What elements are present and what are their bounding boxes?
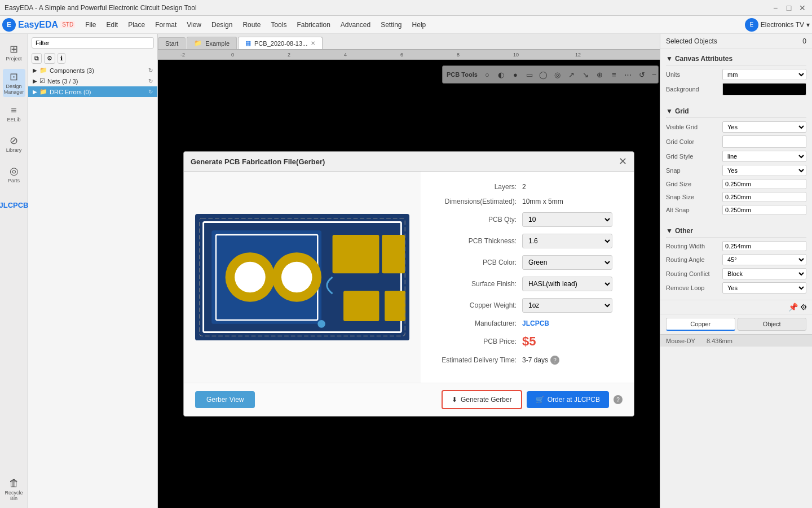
filter-input[interactable]: [32, 37, 154, 49]
layers-value: 2: [522, 183, 526, 191]
grid-color-row: Grid Color: [666, 135, 806, 148]
order-jlcpcb-button[interactable]: 🛒 Order at JLCPCB: [527, 391, 609, 408]
tab-label-start: Start: [165, 40, 178, 47]
delivery-help-icon[interactable]: ?: [550, 356, 559, 365]
canvas-area: Start 📁 Example ▦ PCB_2020-08-13... ✕ -2…: [158, 34, 660, 508]
pcb-qty-select[interactable]: 10 5 15 20: [522, 212, 612, 227]
refresh-icon-components[interactable]: ↻: [148, 67, 153, 73]
refresh-icon-nets[interactable]: ↻: [148, 78, 153, 84]
sidebar-item-library[interactable]: ⊘ Library: [3, 130, 25, 158]
grid-section: ▼ Grid Visible Grid Yes No Grid Color: [660, 102, 812, 221]
routing-conflict-select[interactable]: Block Ignore Highlight: [722, 268, 806, 279]
refresh-icon-drc[interactable]: ↻: [148, 89, 153, 95]
footer-help-icon[interactable]: ?: [614, 395, 623, 404]
canvas[interactable]: PCB Tools ○ ◐ ● ▭ ◯ ◎ ↗ ↘ ⊕ ≡ ⋯ ↺ −: [158, 60, 660, 508]
tab-pcb[interactable]: ▦ PCB_2020-08-13... ✕: [238, 37, 323, 49]
tab-start[interactable]: Start: [158, 37, 186, 49]
sidebar-item-jlcpcb[interactable]: JLCPCB: [3, 191, 25, 219]
snap-size-input[interactable]: [722, 192, 806, 202]
right-panel-bottom-tabs: Copper Object: [660, 314, 812, 334]
surface-finish-select[interactable]: HASL(with lead) HASL(lead free) ENIG: [522, 277, 612, 291]
grid-color-swatch[interactable]: [722, 135, 806, 148]
horizontal-ruler: -2 0 2 4 6 8 10 12: [158, 50, 660, 60]
modal-body: Layers: 2 Dimensions(Estimated): 10mm x …: [184, 172, 634, 383]
delivery-label: Estimated Delivery Time:: [432, 356, 522, 364]
tree-item-components[interactable]: ▶ 📁 Components (3) ↻: [28, 65, 157, 76]
menu-fabrication[interactable]: Fabrication: [292, 19, 334, 31]
background-color-swatch[interactable]: [722, 83, 806, 95]
modal-form: Layers: 2 Dimensions(Estimated): 10mm x …: [421, 172, 634, 383]
menu-place[interactable]: Place: [123, 19, 149, 31]
visible-grid-label: Visible Grid: [666, 124, 722, 130]
manufacturer-link[interactable]: JLCPCB: [522, 319, 549, 327]
sidebar-item-project[interactable]: ⊞ Project: [3, 38, 25, 67]
remove-loop-select[interactable]: Yes No: [722, 282, 806, 294]
menu-tools[interactable]: Tools: [266, 19, 291, 31]
panel-copy-button[interactable]: ⧉: [32, 53, 42, 64]
user-button[interactable]: E Electronics TV ▾: [745, 18, 810, 32]
units-label: Units: [666, 71, 722, 78]
panel-info-button[interactable]: ℹ: [58, 53, 65, 64]
routing-conflict-row: Routing Conflict Block Ignore Highlight: [666, 268, 806, 279]
menu-advanced[interactable]: Advanced: [336, 19, 375, 31]
minimize-button[interactable]: −: [770, 3, 780, 13]
sidebar-item-parts[interactable]: ◎ Parts: [3, 160, 25, 189]
maximize-button[interactable]: □: [784, 3, 794, 13]
pin-icon[interactable]: 📌: [788, 303, 798, 312]
titlebar: EasyEDA - A Simple and Powerful Electron…: [0, 0, 812, 16]
menu-help[interactable]: Help: [408, 19, 431, 31]
svg-rect-11: [385, 291, 405, 321]
pcb-thickness-select[interactable]: 1.6 0.8 1.0 1.2: [522, 234, 612, 248]
form-row-copper-weight: Copper Weight: 1oz 2oz: [432, 298, 623, 313]
grid-color-label: Grid Color: [666, 138, 722, 145]
menu-format[interactable]: Format: [151, 19, 181, 31]
collapse-grid-icon[interactable]: ▼: [666, 107, 673, 115]
tree-item-nets[interactable]: ▶ ☑ Nets (3 / 3) ↻: [28, 76, 157, 86]
library-icon: ⊘: [10, 134, 18, 147]
copper-weight-select[interactable]: 1oz 2oz: [522, 298, 612, 313]
gerber-view-button[interactable]: Gerber View: [195, 391, 255, 408]
copper-tab[interactable]: Copper: [666, 318, 735, 331]
collapse-canvas-icon[interactable]: ▼: [666, 55, 673, 63]
menu-edit[interactable]: Edit: [102, 19, 123, 31]
menu-design[interactable]: Design: [207, 19, 237, 31]
modal-close-button[interactable]: ✕: [619, 156, 627, 167]
form-row-pcb-thickness: PCB Thickness: 1.6 0.8 1.0 1.2: [432, 234, 623, 248]
grid-size-input[interactable]: [722, 179, 806, 189]
svg-rect-8: [333, 235, 379, 273]
sidebar-item-eelib[interactable]: ≡ EELib: [3, 99, 25, 128]
visible-grid-select[interactable]: Yes No: [722, 121, 806, 133]
tree-item-drc-errors[interactable]: ▶ 📁 DRC Errors (0) ↻: [28, 86, 157, 97]
sidebar-item-recycle-bin[interactable]: 🗑 Recycle Bin: [3, 475, 25, 503]
other-section: ▼ Other Routing Width Routing Angle 45° …: [660, 221, 812, 300]
routing-width-label: Routing Width: [666, 243, 722, 249]
pcb-color-select[interactable]: Green Red Blue Black: [522, 255, 612, 270]
tab-example[interactable]: 📁 Example: [187, 37, 237, 49]
pcb-qty-label: PCB Qty:: [432, 216, 522, 224]
settings-panel-icon[interactable]: ⚙: [800, 303, 807, 312]
snap-select[interactable]: Yes No: [722, 165, 806, 176]
tab-close-pcb[interactable]: ✕: [311, 40, 315, 46]
checkbox-nets[interactable]: ☑: [39, 77, 45, 85]
generate-gerber-button[interactable]: ⬇ Generate Gerber: [442, 390, 522, 409]
sidebar-item-design-manager[interactable]: ⊡ Design Manager: [3, 69, 25, 97]
menu-file[interactable]: File: [81, 19, 100, 31]
grid-style-select[interactable]: line dot: [722, 151, 806, 162]
panel-settings-button[interactable]: ⚙: [44, 53, 55, 64]
menu-setting[interactable]: Setting: [376, 19, 406, 31]
alt-snap-input[interactable]: [722, 205, 806, 215]
form-row-pcb-color: PCB Color: Green Red Blue Black: [432, 255, 623, 270]
menu-route[interactable]: Route: [238, 19, 265, 31]
collapse-other-icon[interactable]: ▼: [666, 227, 673, 235]
design-manager-icon: ⊡: [10, 71, 18, 83]
sidebar-label-eelib: EELib: [7, 117, 20, 123]
routing-angle-label: Routing Angle: [666, 256, 722, 263]
object-tab[interactable]: Object: [738, 318, 807, 331]
units-select[interactable]: mm mil inch: [722, 69, 806, 80]
menu-view[interactable]: View: [182, 19, 206, 31]
close-button[interactable]: ✕: [797, 3, 807, 13]
form-row-dimensions: Dimensions(Estimated): 10mm x 5mm: [432, 198, 623, 205]
modal-footer: Gerber View ⬇ Generate Gerber 🛒 Order at…: [184, 383, 634, 416]
routing-width-input[interactable]: [722, 241, 806, 251]
routing-angle-select[interactable]: 45° 90° Free: [722, 254, 806, 265]
